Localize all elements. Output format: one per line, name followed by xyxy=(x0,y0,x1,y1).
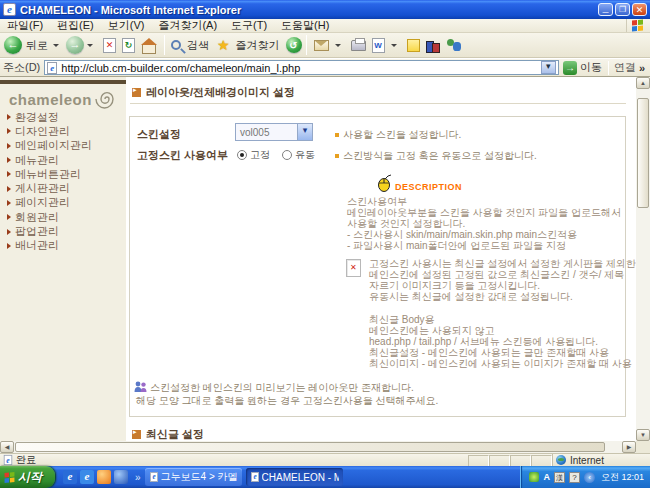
bullet-arrow-icon xyxy=(7,186,11,192)
minimize-button[interactable] xyxy=(598,3,613,16)
taskbar-window-gnuboard[interactable]: 그누보드4 > 카멜... xyxy=(145,468,242,486)
sidebar-item-design[interactable]: 디자인관리 xyxy=(7,124,122,138)
close-button[interactable] xyxy=(632,3,647,16)
start-windows-flag-icon xyxy=(5,472,15,483)
users-icon xyxy=(134,381,147,393)
stop-button[interactable] xyxy=(103,38,116,53)
tray-ime-language-icon[interactable]: A xyxy=(543,471,550,483)
back-dropdown-icon[interactable] xyxy=(53,44,59,47)
site-logo[interactable]: chameleon xyxy=(9,87,117,111)
tray-collapse-icon[interactable]: ‹ xyxy=(584,472,595,483)
tray-ime-help-icon[interactable]: ? xyxy=(569,472,580,483)
back-icon xyxy=(4,36,22,54)
mail-button[interactable] xyxy=(311,40,344,51)
history-button[interactable] xyxy=(286,37,302,53)
print-button[interactable] xyxy=(351,40,366,51)
vertical-scroll-thumb[interactable] xyxy=(637,98,649,208)
address-dropdown-icon[interactable] xyxy=(541,61,556,74)
sidebar-item-mainpage[interactable]: 메인페이지관리 xyxy=(7,139,122,153)
bullet-arrow-icon xyxy=(7,114,11,120)
links-label[interactable]: 연결 xyxy=(614,60,636,75)
quicklaunch-browser-icon[interactable]: e xyxy=(80,470,94,484)
screen: e CHAMELEON - Microsoft Internet Explore… xyxy=(0,0,650,488)
sidebar-item-member[interactable]: 회원관리 xyxy=(7,210,122,224)
quicklaunch-ie-icon[interactable]: e xyxy=(63,470,77,484)
taskbar-clock[interactable]: 오전 12:01 xyxy=(601,471,644,484)
restore-button[interactable] xyxy=(615,3,630,16)
bullet-arrow-icon xyxy=(7,171,11,177)
toolbar-separator xyxy=(164,35,165,55)
menu-tools[interactable]: 도구(T) xyxy=(224,19,274,32)
menu-edit[interactable]: 편집(E) xyxy=(50,19,101,32)
sidebar-item-banner[interactable]: 배너관리 xyxy=(7,239,122,253)
select-dropdown-icon[interactable] xyxy=(297,124,312,140)
menu-favorites[interactable]: 즐겨찾기(A) xyxy=(151,19,224,32)
desc-line: 메인스킨에 설정된 고정된 값으로 최신글스킨 / 갯수/ 제목 xyxy=(369,269,624,280)
edit-button[interactable] xyxy=(369,38,400,53)
messenger-button[interactable] xyxy=(446,38,462,52)
go-button[interactable]: → 이동 xyxy=(563,60,602,75)
horizontal-scrollbar[interactable] xyxy=(0,441,636,453)
sidebar-item-popup[interactable]: 팝업관리 xyxy=(7,224,122,238)
edit-dropdown-icon[interactable] xyxy=(391,44,397,47)
favorites-button[interactable]: ★ 즐겨찾기 xyxy=(215,38,282,53)
forward-dropdown-icon[interactable] xyxy=(87,44,93,47)
tray-status-icon[interactable] xyxy=(529,472,539,482)
quicklaunch-overflow-chevron[interactable]: » xyxy=(135,472,141,483)
menu-bar: 파일(F) 편집(E) 보기(V) 즐겨찾기(A) 도구(T) 도움말(H) xyxy=(0,19,650,33)
skin-select[interactable]: vol005 xyxy=(235,123,313,141)
mail-dropdown-icon[interactable] xyxy=(335,44,341,47)
page-title-row: 레이아웃/전체배경이미지 설정 xyxy=(132,85,295,100)
quicklaunch-app-icon[interactable] xyxy=(97,470,111,484)
search-button[interactable]: 검색 xyxy=(169,38,211,53)
bullet-arrow-icon xyxy=(7,229,11,235)
start-button[interactable]: 시작 xyxy=(0,466,55,488)
desc-line: 사용할 것인지 설정합니다. xyxy=(347,218,465,229)
scroll-right-button[interactable] xyxy=(622,441,636,453)
task-ie-icon xyxy=(251,472,259,482)
discuss-button[interactable] xyxy=(407,39,420,52)
back-button[interactable]: 뒤로 xyxy=(4,36,62,54)
desc-line: 자르기 이미지크기 등을 고정시킵니다. xyxy=(369,280,540,291)
sidebar: chameleon 환경설정 디자인관리 메인페이지관리 메뉴관리 메뉴버튼관리… xyxy=(0,77,126,441)
menu-help[interactable]: 도움말(H) xyxy=(274,19,336,32)
vertical-scrollbar[interactable] xyxy=(636,77,650,441)
scroll-left-button[interactable] xyxy=(0,441,14,453)
sidebar-menu: 환경설정 디자인관리 메인페이지관리 메뉴관리 메뉴버튼관리 게시판관리 페이지… xyxy=(7,110,122,253)
bullet-arrow-icon xyxy=(7,214,11,220)
tray-ime-hanja-icon[interactable]: 漢 xyxy=(554,472,565,483)
desc-line: 고정스킨 사용시는 최신글 설정에서 설정한 게시판을 제외한 xyxy=(369,258,636,269)
sidebar-item-settings[interactable]: 환경설정 xyxy=(7,110,122,124)
page-title: 레이아웃/전체배경이미지 설정 xyxy=(146,85,295,100)
sidebar-item-board[interactable]: 게시판관리 xyxy=(7,181,122,195)
scroll-down-button[interactable] xyxy=(636,429,650,441)
menu-view[interactable]: 보기(V) xyxy=(101,19,152,32)
address-url[interactable]: http://club.cm-builder.com/chameleon/mai… xyxy=(61,62,541,74)
status-cell xyxy=(468,455,489,466)
horizontal-scroll-thumb[interactable] xyxy=(15,442,605,452)
radio-fluid[interactable] xyxy=(282,150,292,160)
forward-button[interactable] xyxy=(66,36,96,54)
sidebar-item-menu[interactable]: 메뉴관리 xyxy=(7,153,122,167)
window-title: CHAMELEON - Microsoft Internet Explorer xyxy=(20,4,596,16)
search-label: 검색 xyxy=(187,38,209,53)
toolbar-separator-2 xyxy=(306,35,307,55)
quick-launch: e e » xyxy=(63,470,145,484)
radio-fixed[interactable] xyxy=(237,150,247,160)
title-divider xyxy=(130,103,626,104)
refresh-button[interactable] xyxy=(122,38,135,53)
research-button[interactable] xyxy=(426,38,440,52)
desc-line: 최신글 Body용 xyxy=(369,314,435,325)
edit-icon xyxy=(372,38,385,53)
quicklaunch-media-icon[interactable] xyxy=(114,470,128,484)
taskbar-window-chameleon[interactable]: CHAMELEON - M... xyxy=(246,468,343,486)
sidebar-item-menubutton[interactable]: 메뉴버튼관리 xyxy=(7,167,122,181)
home-button[interactable] xyxy=(141,38,157,53)
links-more-chevron[interactable]: » xyxy=(639,62,645,74)
menu-file[interactable]: 파일(F) xyxy=(0,19,50,32)
address-input[interactable]: http://club.cm-builder.com/chameleon/mai… xyxy=(44,60,559,75)
section2-title: 최신글 설정 xyxy=(146,427,204,441)
section-arrow-icon xyxy=(132,88,141,97)
sidebar-item-page[interactable]: 페이지관리 xyxy=(7,196,122,210)
scroll-up-button[interactable] xyxy=(636,77,650,89)
